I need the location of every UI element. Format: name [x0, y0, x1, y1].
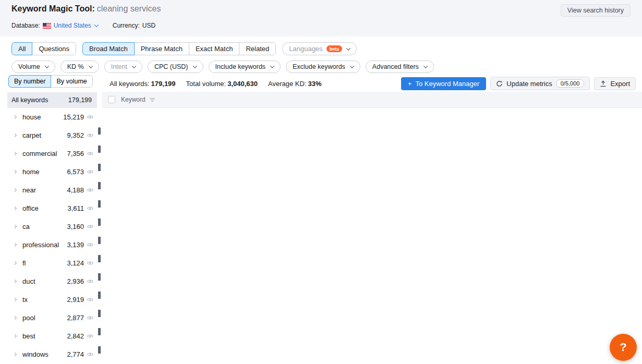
group-count: 4,188 [67, 186, 84, 194]
help-button[interactable]: ? [610, 334, 637, 361]
eye-icon[interactable] [87, 315, 94, 321]
languages-dropdown[interactable]: Languages beta [282, 42, 357, 55]
sidebar-sort-tab[interactable]: By volume [51, 75, 92, 88]
to-keyword-manager-button[interactable]: + To Keyword Manager [401, 77, 486, 90]
chevron-right-icon [13, 225, 17, 228]
group-count: 3,611 [67, 204, 84, 212]
match-type-tab[interactable]: Related [239, 42, 276, 55]
select-all-checkbox[interactable] [108, 96, 115, 103]
column-header[interactable]: Keyword [121, 92, 642, 107]
sidebar-sort-tab-label: By number [14, 78, 45, 85]
sidebar-scrollbar[interactable] [98, 127, 101, 364]
chevron-right-icon [13, 280, 17, 283]
chevron-down-icon [44, 64, 49, 68]
match-type-tab-label: Exact Match [196, 45, 233, 53]
sidebar-group-item[interactable]: tx 2,919 [7, 290, 97, 309]
eye-icon[interactable] [87, 351, 94, 357]
chevron-down-icon [94, 22, 99, 27]
export-button[interactable]: Export [594, 77, 636, 90]
update-metrics-button[interactable]: Update metrics 0/5,000 [490, 77, 590, 90]
group-label: best [22, 332, 67, 340]
match-type-tab-label: Phrase Match [141, 45, 183, 53]
sidebar-sort-tabs: By number By volume [8, 75, 93, 88]
sidebar-group-item[interactable]: professional 3,139 [7, 236, 97, 254]
group-count: 2,936 [67, 277, 84, 285]
sidebar-group-item[interactable]: fl 3,124 [7, 254, 97, 272]
beta-badge: beta [326, 45, 343, 52]
all-keywords-stat-value: 179,199 [151, 80, 176, 88]
group-label: ca [22, 223, 67, 230]
total-volume-stat-label: Total volume: [186, 80, 226, 88]
eye-icon[interactable] [87, 297, 94, 302]
group-count: 3,160 [67, 223, 84, 230]
filter-chip[interactable]: KD % [60, 60, 99, 73]
eye-icon[interactable] [87, 333, 94, 339]
sidebar-group-item[interactable]: office 3,611 [7, 199, 97, 217]
match-type-tab[interactable]: Phrase Match [134, 42, 189, 55]
match-type-tab[interactable]: All [11, 42, 32, 55]
filter-chip-label: Volume [18, 63, 40, 70]
group-count: 3,124 [67, 259, 84, 267]
chevron-right-icon [13, 207, 17, 210]
sidebar-group-item[interactable]: best 2,842 [7, 327, 97, 345]
group-label: windows [22, 350, 67, 358]
sidebar-group-item[interactable]: carpet 9,352 [7, 126, 97, 144]
group-label: duct [22, 277, 67, 285]
chevron-down-icon [132, 64, 136, 68]
view-search-history-button[interactable]: View search history [561, 4, 631, 17]
chevron-right-icon [13, 316, 17, 320]
summary-stats: All keywords:179,199 Total volume:3,040,… [110, 80, 322, 88]
match-type-tab[interactable]: Broad Match [82, 42, 135, 55]
eye-icon[interactable] [87, 224, 94, 229]
sidebar-group-item[interactable]: duct 2,936 [7, 272, 97, 290]
chevron-right-icon [13, 170, 17, 174]
chevron-right-icon [13, 134, 17, 137]
eye-icon[interactable] [87, 132, 94, 138]
group-label: home [22, 168, 67, 176]
eye-icon[interactable] [87, 114, 94, 120]
sidebar-group-item[interactable]: near 4,188 [7, 181, 97, 199]
eye-icon[interactable] [87, 278, 94, 284]
sidebar-group-item[interactable]: windows 2,774 [7, 345, 97, 363]
match-type-tab[interactable]: Questions [32, 42, 76, 55]
eye-icon[interactable] [87, 169, 94, 175]
database-value: United States [54, 22, 91, 29]
filter-chip-label: Intent [111, 63, 127, 70]
database-selector[interactable]: Database: United States [11, 22, 98, 29]
match-type-tab-label: Related [246, 45, 269, 53]
sidebar-group-item[interactable]: house 15,219 [7, 108, 97, 126]
filter-chip[interactable]: Exclude keywords [286, 60, 360, 73]
match-type-tab-label: All [18, 45, 26, 53]
match-type-tabs: All Questions Broad Match Phrase Match E… [0, 37, 642, 55]
group-label: fl [22, 259, 67, 267]
filter-chip[interactable]: Include keywords [209, 60, 281, 73]
currency-display: Currency: USD [113, 22, 155, 29]
eye-icon[interactable] [87, 187, 94, 193]
group-count: 2,774 [67, 350, 84, 358]
sidebar-group-item[interactable]: ca 3,160 [7, 217, 97, 236]
filter-chip[interactable]: Volume [11, 60, 55, 73]
sidebar-group-item[interactable]: pool 2,877 [7, 309, 97, 327]
sort-icon[interactable] [149, 98, 155, 102]
sidebar-group-item[interactable]: commercial 7,356 [7, 144, 97, 163]
eye-icon[interactable] [87, 151, 94, 156]
database-label: Database: [11, 22, 40, 29]
eye-icon[interactable] [87, 242, 94, 248]
average-kd-stat-value: 33% [308, 80, 321, 88]
column-header-label: Keyword [121, 96, 146, 103]
eye-icon[interactable] [87, 260, 94, 266]
match-type-tab-label: Questions [39, 45, 69, 53]
match-type-tab[interactable]: Exact Match [189, 42, 240, 55]
chevron-right-icon [13, 243, 17, 247]
filter-chip[interactable]: CPC (USD) [148, 60, 203, 73]
sidebar-group-item[interactable]: home 6,573 [7, 163, 97, 181]
filter-chip[interactable]: Intent [104, 60, 142, 73]
group-count: 2,842 [67, 332, 84, 340]
eye-icon[interactable] [87, 205, 94, 211]
match-tab-group-scope: All Questions [11, 42, 76, 55]
filter-chip[interactable]: Advanced filters [366, 60, 434, 73]
filter-chips-row: Volume KD % Intent CPC (USD) Include key… [0, 55, 642, 73]
chevron-right-icon [13, 152, 17, 155]
sidebar-sort-tab[interactable]: By number [8, 75, 51, 88]
sidebar-all-keywords[interactable]: All keywords 179,199 [7, 92, 97, 108]
